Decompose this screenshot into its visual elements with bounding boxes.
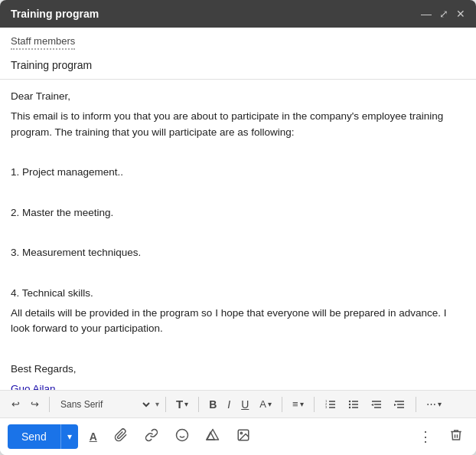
send-dropdown-button[interactable]: ▾ bbox=[60, 424, 78, 449]
indent-more-icon bbox=[393, 398, 406, 411]
photo-icon bbox=[236, 428, 250, 445]
underline-button[interactable]: U bbox=[237, 395, 253, 414]
email-to-field[interactable]: Staff members bbox=[11, 35, 75, 50]
send-button[interactable]: Send bbox=[8, 424, 60, 449]
closing-text: Best Regards, bbox=[11, 362, 465, 377]
toolbar-separator-1 bbox=[49, 397, 50, 412]
more-options-icon: ⋮ bbox=[419, 428, 432, 445]
insert-link-button[interactable] bbox=[139, 424, 164, 449]
email-body[interactable]: Dear Trainer, This email is to inform yo… bbox=[0, 80, 476, 390]
email-subject-field[interactable]: Training program bbox=[11, 54, 465, 73]
minimize-button[interactable]: — bbox=[421, 8, 432, 20]
formatting-toolbar: ↩ ↪ Sans Serif Arial Times New Roman ▾ T… bbox=[0, 390, 476, 417]
toolbar-separator-3 bbox=[198, 397, 199, 412]
bullet-list-button[interactable] bbox=[344, 395, 364, 414]
font-size-button[interactable]: T ▾ bbox=[172, 394, 192, 414]
toolbar-separator-4 bbox=[282, 397, 282, 412]
intro-text: This email is to inform you that you are… bbox=[11, 109, 465, 140]
list-item-2: 2. Master the meeting. bbox=[11, 205, 465, 221]
indent-more-button[interactable] bbox=[390, 395, 409, 414]
trash-icon bbox=[449, 428, 463, 445]
format-text-icon: A bbox=[90, 430, 97, 443]
more-formatting-icon: ⋯ bbox=[426, 398, 436, 410]
link-icon bbox=[145, 428, 158, 445]
drive-icon bbox=[206, 428, 220, 445]
italic-button[interactable]: I bbox=[223, 395, 234, 414]
email-meta: Staff members Training program bbox=[0, 28, 476, 80]
svg-point-20 bbox=[176, 430, 187, 441]
bullet-list-icon bbox=[347, 398, 360, 411]
svg-point-27 bbox=[240, 432, 242, 434]
svg-marker-25 bbox=[207, 432, 215, 440]
list-item-3: 3. Measurement techniques. bbox=[11, 245, 465, 260]
align-button[interactable]: ≡ ▾ bbox=[289, 395, 308, 413]
svg-point-6 bbox=[348, 400, 350, 401]
format-text-button[interactable]: A bbox=[84, 427, 103, 447]
redo-button[interactable]: ↪ bbox=[27, 395, 43, 413]
toolbar-separator-5 bbox=[314, 397, 315, 412]
toolbar-separator-2 bbox=[165, 397, 166, 412]
window-controls: — ⤢ ✕ bbox=[421, 8, 465, 20]
text-color-button[interactable]: A ▾ bbox=[256, 395, 275, 413]
undo-button[interactable]: ↩ bbox=[8, 395, 24, 413]
emoji-icon bbox=[175, 428, 189, 445]
signer-last[interactable]: Ailan bbox=[33, 383, 56, 390]
svg-marker-15 bbox=[371, 404, 373, 406]
details-text: All details will be provided in the prog… bbox=[11, 306, 465, 337]
indent-less-icon bbox=[370, 398, 383, 411]
svg-point-7 bbox=[348, 403, 350, 404]
numbered-list-icon: 123 bbox=[324, 398, 337, 411]
toolbar-separator-6 bbox=[416, 397, 416, 412]
indent-less-button[interactable] bbox=[367, 395, 386, 414]
numbered-list-button[interactable]: 123 bbox=[321, 395, 341, 414]
more-formatting-button[interactable]: ⋯ ▾ bbox=[422, 395, 445, 413]
bottom-toolbar: Send ▾ A bbox=[0, 417, 476, 455]
more-formatting-chevron: ▾ bbox=[438, 400, 442, 408]
title-bar: Training program — ⤢ ✕ bbox=[0, 0, 476, 28]
attach-icon bbox=[114, 428, 128, 445]
email-compose-window: Training program — ⤢ ✕ Staff members Tra… bbox=[0, 0, 476, 455]
attach-file-button[interactable] bbox=[109, 424, 133, 449]
align-chevron: ▾ bbox=[300, 400, 304, 408]
close-button[interactable]: ✕ bbox=[456, 8, 465, 20]
greeting: Dear Trainer, bbox=[11, 89, 465, 104]
insert-photo-button[interactable] bbox=[231, 424, 256, 449]
text-color-icon: A bbox=[259, 398, 266, 410]
svg-point-8 bbox=[348, 406, 350, 408]
font-size-chevron: ▾ bbox=[184, 400, 188, 408]
font-family-select[interactable]: Sans Serif Arial Times New Roman bbox=[56, 395, 152, 414]
send-button-group: Send ▾ bbox=[8, 424, 78, 449]
restore-button[interactable]: ⤢ bbox=[439, 8, 448, 20]
text-size-icon: T bbox=[176, 398, 183, 411]
bold-button[interactable]: B bbox=[205, 395, 220, 414]
list-item-4: 4. Technical skills. bbox=[11, 286, 465, 301]
signer-first[interactable]: Guo bbox=[11, 383, 31, 390]
svg-marker-19 bbox=[394, 404, 396, 406]
signature: Guo Ailan bbox=[11, 381, 465, 390]
insert-emoji-button[interactable] bbox=[170, 424, 194, 449]
list-item-1: 1. Project management.. bbox=[11, 165, 465, 180]
text-color-chevron: ▾ bbox=[268, 400, 272, 408]
align-icon: ≡ bbox=[292, 398, 298, 410]
font-select-chevron: ▾ bbox=[155, 400, 159, 408]
delete-draft-button[interactable] bbox=[444, 424, 468, 449]
window-title: Training program bbox=[11, 8, 99, 20]
svg-text:3: 3 bbox=[325, 405, 328, 409]
more-options-button[interactable]: ⋮ bbox=[413, 424, 438, 449]
google-drive-button[interactable] bbox=[201, 424, 225, 449]
